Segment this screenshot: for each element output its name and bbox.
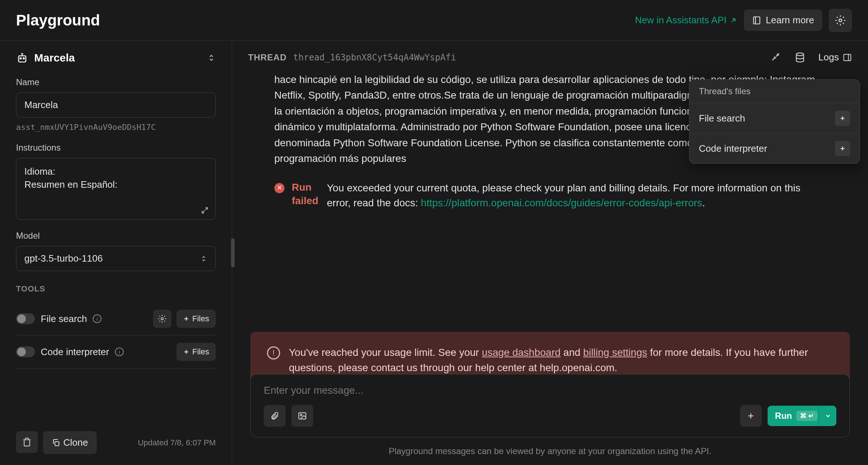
- plus-icon: [839, 145, 846, 152]
- image-icon: [298, 411, 307, 421]
- run-dropdown-button[interactable]: [819, 406, 836, 426]
- assistant-header: Marcela: [16, 52, 216, 64]
- file-search-toggle[interactable]: [16, 313, 35, 324]
- warning-text: You've reached your usage limit. See you…: [289, 345, 833, 375]
- chevron-up-down-icon: [200, 255, 207, 262]
- name-input[interactable]: [16, 92, 216, 118]
- svg-point-3: [20, 58, 21, 59]
- svg-point-1: [839, 19, 842, 22]
- copy-icon: [52, 438, 60, 447]
- tool-left: File search i: [16, 313, 101, 325]
- model-select[interactable]: gpt-3.5-turbo-1106: [16, 246, 216, 271]
- footer-note: Playground messages can be viewed by any…: [232, 437, 868, 465]
- settings-button[interactable]: [829, 9, 852, 32]
- database-icon[interactable]: [795, 52, 805, 63]
- instructions-input[interactable]: Idioma: Resumen en Español:: [16, 158, 216, 220]
- sidebar-footer: Clone Updated 7/8, 6:07 PM: [16, 431, 216, 454]
- gear-icon: [835, 15, 846, 26]
- chevron-up-down-icon[interactable]: [207, 53, 216, 62]
- paperclip-icon: [270, 411, 279, 421]
- popover-code-interpreter-label: Code interpreter: [699, 143, 767, 154]
- plus-icon: [183, 315, 190, 322]
- page-title: Playground: [16, 12, 100, 29]
- popover-title: Thread's files: [689, 80, 860, 103]
- message-input-area: Enter your message...: [250, 374, 850, 437]
- image-button[interactable]: [291, 405, 313, 427]
- robot-icon: [16, 52, 28, 64]
- thread-info: THREAD thread_163pbnX8Cyt54qA4WwYspAfi: [248, 52, 456, 63]
- file-search-files-button[interactable]: Files: [176, 310, 216, 328]
- file-search-label: File search: [41, 313, 87, 325]
- logs-button[interactable]: Logs: [819, 52, 852, 63]
- error-icon: ✕: [274, 183, 284, 193]
- run-failed-row: ✕ Run failed You exceeded your current q…: [274, 166, 839, 221]
- name-label: Name: [16, 77, 216, 87]
- tools-label: TOOLS: [16, 284, 216, 294]
- external-link-icon: [729, 16, 737, 24]
- instructions-label: Instructions: [16, 143, 216, 153]
- info-icon[interactable]: i: [115, 347, 124, 356]
- popover-file-search-label: File search: [699, 113, 745, 124]
- assistant-id: asst_nmxUVY1PivnAuV9oeDDsH17C: [16, 123, 216, 132]
- svg-point-4: [23, 58, 24, 59]
- model-label: Model: [16, 231, 216, 241]
- svg-rect-8: [844, 54, 851, 60]
- popover-add-file-search[interactable]: [835, 111, 850, 126]
- chevron-down-icon: [825, 413, 831, 419]
- code-interpreter-toggle[interactable]: [16, 346, 35, 357]
- popover-row-file-search: File search: [689, 103, 860, 134]
- model-value: gpt-3.5-turbo-1106: [24, 253, 103, 264]
- message-input[interactable]: Enter your message...: [264, 385, 836, 396]
- run-failed-label: Run failed: [292, 181, 319, 207]
- svg-point-7: [796, 53, 804, 56]
- top-header: Playground New in Assistants API Learn m…: [0, 0, 868, 41]
- add-button[interactable]: [740, 405, 762, 427]
- panel-right-icon: [843, 53, 852, 62]
- run-failed-text: You exceeded your current quota, please …: [327, 181, 810, 210]
- usage-dashboard-link[interactable]: usage dashboard: [482, 347, 560, 358]
- thread-label: THREAD: [248, 52, 287, 62]
- code-interpreter-files-button[interactable]: Files: [176, 343, 216, 361]
- file-search-settings-button[interactable]: [153, 310, 171, 328]
- clone-label: Clone: [63, 437, 88, 448]
- sidebar: Marcela Name asst_nmxUVY1PivnAuV9oeDDsH1…: [0, 41, 232, 465]
- tool-row-file-search: File search i Files: [16, 302, 216, 335]
- svg-point-5: [161, 318, 163, 320]
- input-toolbar: Run ⌘ ↵: [264, 405, 836, 427]
- clone-button[interactable]: Clone: [43, 431, 97, 454]
- popover-row-code-interpreter: Code interpreter: [689, 134, 860, 163]
- updated-text: Updated 7/8, 6:07 PM: [138, 438, 216, 448]
- run-label: Run: [775, 411, 792, 421]
- popover-add-code-interpreter[interactable]: [835, 141, 850, 156]
- assistant-name-header: Marcela: [34, 52, 75, 64]
- code-interpreter-label: Code interpreter: [41, 346, 109, 358]
- files-btn-label: Files: [192, 314, 209, 323]
- logs-label: Logs: [819, 52, 839, 63]
- book-icon: [752, 16, 761, 25]
- expand-icon[interactable]: [201, 206, 209, 214]
- new-in-assistants-label: New in Assistants API: [635, 15, 726, 26]
- plus-icon: [839, 115, 846, 122]
- svg-point-10: [300, 414, 302, 416]
- instructions-text: Idioma: Resumen en Español:: [24, 165, 207, 191]
- delete-button[interactable]: [16, 431, 38, 453]
- svg-rect-0: [753, 17, 760, 24]
- error-docs-link[interactable]: https://platform.openai.com/docs/guides/…: [421, 197, 702, 208]
- run-button[interactable]: Run ⌘ ↵: [768, 406, 825, 426]
- learn-more-button[interactable]: Learn more: [744, 9, 822, 31]
- billing-settings-link[interactable]: billing settings: [583, 347, 647, 358]
- content-header: THREAD thread_163pbnX8Cyt54qA4WwYspAfi L…: [232, 41, 868, 72]
- info-icon[interactable]: i: [93, 314, 101, 323]
- content-header-right: Logs: [771, 52, 852, 63]
- svg-rect-6: [55, 442, 59, 446]
- thread-files-popover: Thread's files File search Code interpre…: [689, 79, 860, 164]
- files-btn-label: Files: [192, 347, 209, 357]
- gear-icon: [158, 314, 167, 323]
- learn-more-label: Learn more: [766, 15, 814, 26]
- sweep-icon[interactable]: [771, 52, 781, 63]
- attach-button[interactable]: [264, 405, 286, 427]
- new-in-assistants-link[interactable]: New in Assistants API: [635, 15, 737, 26]
- run-kbd: ⌘ ↵: [796, 411, 817, 421]
- header-right: New in Assistants API Learn more: [635, 9, 852, 32]
- thread-id: thread_163pbnX8Cyt54qA4WwYspAfi: [293, 52, 456, 63]
